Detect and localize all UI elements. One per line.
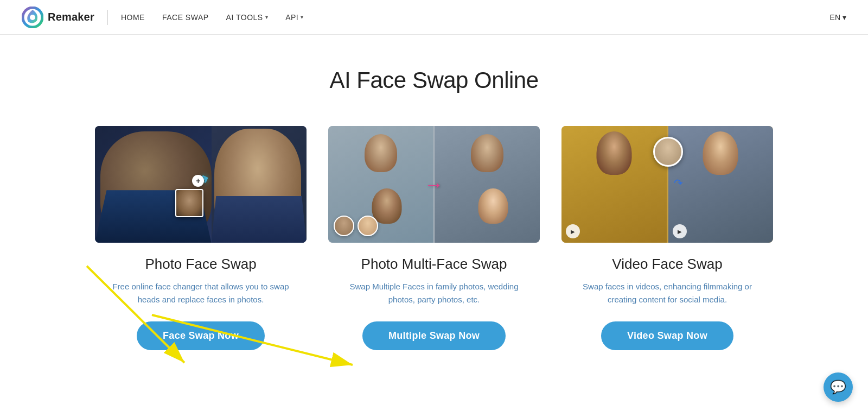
card-video-face-swap: ▶ ↷ ▶ Video Face Swap Swap faces in vide… xyxy=(561,126,773,350)
chat-bubble[interactable]: 💬 xyxy=(824,372,853,402)
multi-face-arrow-icon: → xyxy=(424,173,444,196)
play-button-right[interactable]: ▶ xyxy=(673,224,687,238)
multi-face-before xyxy=(328,126,433,243)
vf-head-right xyxy=(703,131,738,175)
logo-icon xyxy=(22,7,43,28)
card-desc-video-face-swap: Swap faces in videos, enhancing filmmaki… xyxy=(575,280,760,306)
main-content: AI Face Swap Online ➜ + Photo Face Swap … xyxy=(0,35,868,372)
card-image-video-face-swap: ▶ ↷ ▶ xyxy=(561,126,773,243)
face-circle-woman xyxy=(358,216,378,236)
card-desc-photo-face-swap: Free online face changer that allows you… xyxy=(108,280,293,306)
video-swap-now-button[interactable]: Video Swap Now xyxy=(601,321,733,350)
vf-head-left xyxy=(596,131,631,175)
card-photo-face-swap: ➜ + Photo Face Swap Free online face cha… xyxy=(95,126,307,350)
video-before-panel: ▶ xyxy=(561,126,667,243)
card-desc-multi-face-swap: Swap Multiple Faces in family photos, we… xyxy=(342,280,526,306)
chevron-down-icon-api: ▾ xyxy=(301,14,304,20)
page-title: AI Face Swap Online xyxy=(22,67,846,93)
language-label: EN xyxy=(830,13,840,22)
nav-label-api: API xyxy=(285,13,298,22)
nav-item-face-swap[interactable]: FACE SWAP xyxy=(162,13,209,22)
nav-item-home[interactable]: HOME xyxy=(121,13,145,22)
composite-image-1: ➜ + xyxy=(95,126,307,243)
swap-circle xyxy=(653,137,683,167)
mf-head-girl xyxy=(372,188,402,224)
multiple-swap-now-button[interactable]: Multiple Swap Now xyxy=(362,321,506,350)
card-title-photo-face-swap: Photo Face Swap xyxy=(145,256,256,273)
play-button-left[interactable]: ▶ xyxy=(566,224,580,238)
mf-head-man xyxy=(365,134,397,172)
face-right xyxy=(212,126,307,243)
vf-center-overlay: ↷ xyxy=(652,151,683,189)
nav-item-api[interactable]: API ▾ xyxy=(285,13,304,22)
chevron-down-icon: ▾ xyxy=(265,14,269,20)
blue-arrow-icon: ↷ xyxy=(674,176,683,189)
face-circle-man xyxy=(334,216,354,236)
language-selector[interactable]: EN ▾ xyxy=(830,13,846,22)
chat-icon: 💬 xyxy=(830,380,846,395)
card-photo-multi-face-swap: → Photo Multi-Face Swap Swap Multiple Fa… xyxy=(328,126,540,350)
face-thumbnail xyxy=(175,189,203,217)
face-swap-now-button[interactable]: Face Swap Now xyxy=(137,321,265,350)
nav: HOME FACE SWAP AI TOOLS ▾ API ▾ xyxy=(121,13,304,22)
card-image-multi-face-swap: → xyxy=(328,126,540,243)
video-after-panel: ▶ xyxy=(668,126,774,243)
logo[interactable]: Remaker xyxy=(22,7,94,28)
card-image-photo-face-swap: ➜ + xyxy=(95,126,307,243)
lang-chevron-icon: ▾ xyxy=(843,13,846,22)
header-divider xyxy=(107,10,108,25)
card-title-multi-face-swap: Photo Multi-Face Swap xyxy=(361,256,507,273)
header: Remaker HOME FACE SWAP AI TOOLS ▾ API ▾ … xyxy=(0,0,868,35)
mf-arrow-container: → xyxy=(424,126,444,243)
cards-row: ➜ + Photo Face Swap Free online face cha… xyxy=(54,126,814,350)
mf-after-head-woman xyxy=(478,188,508,224)
nav-item-ai-tools[interactable]: AI TOOLS ▾ xyxy=(226,13,269,22)
multi-face-after xyxy=(435,126,540,243)
nav-label-ai-tools: AI TOOLS xyxy=(226,13,263,22)
logo-text: Remaker xyxy=(48,11,94,23)
card-title-video-face-swap: Video Face Swap xyxy=(612,256,722,273)
mf-after-head-man xyxy=(471,134,503,172)
svg-point-1 xyxy=(30,15,35,20)
